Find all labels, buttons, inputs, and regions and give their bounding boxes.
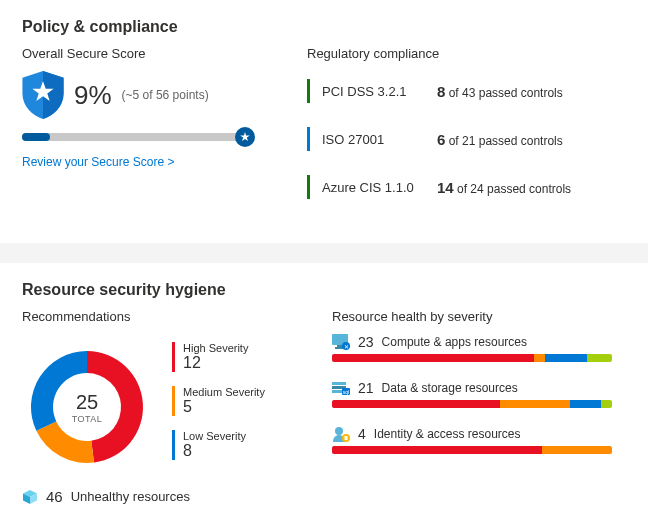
reg-name: ISO 27001	[322, 132, 437, 147]
svg-rect-17	[345, 436, 348, 440]
legend-color-bar	[172, 430, 175, 460]
recommendations-donut[interactable]: 25 TOTAL	[22, 342, 152, 472]
reg-passed: 8 of 43 passed controls	[437, 83, 563, 100]
svg-text:✕: ✕	[344, 344, 349, 350]
legend-label: High Severity	[183, 342, 248, 354]
secure-score-title: Overall Secure Score	[22, 46, 307, 61]
secure-score-block: Overall Secure Score 9% (~5 of 56 points…	[22, 46, 307, 215]
resource-health-row[interactable]: ✕23Compute & apps resources	[332, 334, 626, 362]
rec-title: Recommendations	[22, 309, 332, 324]
data-icon: sql	[332, 380, 350, 396]
svg-point-15	[335, 427, 343, 435]
identity-icon	[332, 426, 350, 442]
secure-score-percent: 9%	[74, 80, 112, 111]
secure-score-progress	[22, 133, 252, 141]
resource-hygiene-panel: Resource security hygiene Recommendation…	[0, 263, 648, 516]
review-secure-score-link[interactable]: Review your Secure Score >	[22, 155, 174, 169]
legend-value: 5	[183, 398, 265, 416]
resource-health-row[interactable]: sql21Data & storage resources	[332, 380, 626, 408]
reg-name: Azure CIS 1.1.0	[322, 180, 437, 195]
health-bar	[332, 354, 612, 362]
reg-title: Regulatory compliance	[307, 46, 626, 61]
legend-value: 12	[183, 354, 248, 372]
reg-passed: 6 of 21 passed controls	[437, 131, 563, 148]
legend-item[interactable]: High Severity12	[172, 342, 265, 372]
severity-legend: High Severity12Medium Severity5Low Sever…	[172, 334, 265, 472]
panel-divider	[0, 243, 648, 263]
legend-item[interactable]: Medium Severity5	[172, 386, 265, 416]
reg-compliance-row[interactable]: ISO 270016 of 21 passed controls	[307, 119, 626, 159]
reg-color-bar	[307, 127, 310, 151]
legend-label: Low Severity	[183, 430, 246, 442]
reg-name: PCI DSS 3.2.1	[322, 84, 437, 99]
legend-color-bar	[172, 386, 175, 416]
reg-color-bar	[307, 79, 310, 103]
unhealthy-count: 46	[46, 488, 63, 505]
reg-compliance-row[interactable]: Azure CIS 1.1.014 of 24 passed controls	[307, 167, 626, 207]
svg-marker-1	[240, 132, 250, 141]
rh-title: Resource health by severity	[332, 309, 626, 324]
hygiene-title: Resource security hygiene	[22, 281, 626, 299]
regulatory-compliance-block: Regulatory compliance PCI DSS 3.2.18 of …	[307, 46, 626, 215]
reg-passed: 14 of 24 passed controls	[437, 179, 571, 196]
reg-color-bar	[307, 175, 310, 199]
reg-compliance-row[interactable]: PCI DSS 3.2.18 of 43 passed controls	[307, 71, 626, 111]
unhealthy-resources-row[interactable]: 46 Unhealthy resources	[22, 488, 332, 505]
legend-value: 8	[183, 442, 246, 460]
resource-health-row[interactable]: 4Identity & access resources	[332, 426, 626, 454]
recommendations-block: Recommendations 25 TOTAL High Severity12…	[22, 309, 332, 505]
compute-icon: ✕	[332, 334, 350, 350]
secure-score-points: (~5 of 56 points)	[122, 88, 209, 102]
svg-rect-10	[332, 382, 346, 385]
rh-label: Identity & access resources	[374, 427, 521, 441]
rh-count: 4	[358, 426, 366, 442]
shield-icon	[22, 71, 64, 119]
svg-text:sql: sql	[343, 389, 349, 395]
unhealthy-label: Unhealthy resources	[71, 489, 190, 504]
legend-color-bar	[172, 342, 175, 372]
rh-label: Compute & apps resources	[382, 335, 527, 349]
legend-label: Medium Severity	[183, 386, 265, 398]
health-bar	[332, 400, 612, 408]
legend-item[interactable]: Low Severity8	[172, 430, 265, 460]
rh-count: 21	[358, 380, 374, 396]
donut-total: 25	[76, 391, 98, 414]
rh-count: 23	[358, 334, 374, 350]
donut-total-label: TOTAL	[72, 414, 103, 424]
health-bar	[332, 446, 612, 454]
policy-compliance-panel: Policy & compliance Overall Secure Score…	[0, 0, 648, 243]
rh-label: Data & storage resources	[382, 381, 518, 395]
target-star-icon	[235, 127, 255, 147]
policy-title: Policy & compliance	[22, 18, 626, 36]
cube-icon	[22, 489, 38, 505]
resource-health-block: Resource health by severity ✕23Compute &…	[332, 309, 626, 505]
